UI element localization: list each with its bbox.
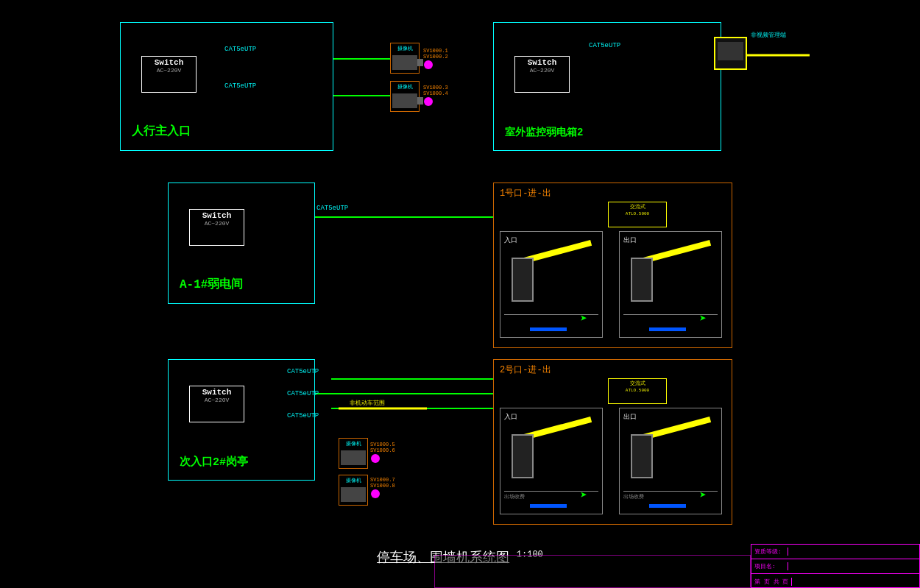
camera-label-1: 摄像机: [391, 43, 419, 54]
switch-label-2: Switch: [520, 58, 565, 67]
gate2-exit-arrow: ➤: [699, 488, 707, 503]
box-gate-2: 2号口-进-出 交流式 ATLO.5000 入口 ➤ 出场收费 出口 ➤ 出场收…: [493, 359, 732, 525]
label-outdoor: 室外监控弱电箱2: [505, 126, 583, 139]
title-block-row-1: 资质等级:: [751, 545, 919, 559]
code-label-1: SV1000.1: [423, 48, 448, 54]
code-label-2: SV1000.2: [423, 54, 448, 60]
gate1-exit-arrow: ➤: [699, 311, 707, 326]
cable-label-tl-2: CAT5eUTP: [224, 82, 256, 90]
gate1-body: [512, 258, 534, 302]
gate1-entry: 入口 ➤: [500, 231, 603, 338]
gate2-title: 2号口-进-出: [500, 364, 551, 376]
gate2-exit-sub: 出场收费: [623, 493, 644, 500]
gate2-model: ATLO.5000: [609, 388, 666, 393]
device-nvr: [714, 37, 747, 70]
cam3-body: [341, 450, 366, 465]
switch-label-1: Switch: [146, 58, 191, 67]
device-code-1: SV1000.1 SV1000.2: [423, 48, 448, 70]
gate2-entry: 入口 ➤ 出场收费: [500, 408, 603, 514]
gate1-exit-body: [631, 258, 653, 302]
switch-pedestrian: Switch AC~220V: [141, 56, 197, 93]
indicator-3: [371, 454, 380, 463]
gate2-exit-label: 出口: [623, 412, 637, 422]
magenta-border-area: [434, 555, 751, 588]
gate1-arrow: ➤: [580, 311, 587, 326]
gate2-entry-sub: 出场收费: [504, 493, 525, 500]
switch-sub-1: AC~220V: [146, 67, 191, 74]
switch-sub-3: AC~220V: [194, 220, 239, 227]
camera-label-4: 摄像机: [339, 475, 367, 486]
label-pedestrian: 人行主入口: [132, 124, 191, 139]
gate1-entry-label: 入口: [504, 235, 517, 245]
cam4-body: [341, 487, 366, 502]
camera-label-2: 摄像机: [391, 82, 419, 92]
cable-label-tl-1: CAT5eUTP: [224, 46, 256, 53]
cable-label-bot-1: CAT5eUTP: [287, 368, 319, 375]
camera-label-3: 摄像机: [339, 439, 367, 449]
box-gate-1: 1号口-进-出 交流式 ATLO.5000 入口 ➤ 出口: [493, 183, 732, 348]
camera-box-3: 摄像机: [339, 438, 368, 469]
gate2-exit-blue-bar: [649, 504, 686, 508]
label-gatehouse: 次入口2#岗亭: [180, 455, 248, 469]
cable-label-bot-3: CAT5eUTP: [287, 412, 319, 419]
switch-weak-room: Switch AC~220V: [189, 209, 244, 246]
gate1-type: 交流式: [609, 202, 666, 211]
indicator-1: [424, 60, 433, 69]
title-block-label-2: 项目名:: [751, 562, 788, 570]
switch-label-3: Switch: [194, 211, 239, 220]
switch-outdoor: Switch AC~220V: [514, 56, 570, 93]
gate1-exit: 出口 ➤: [619, 231, 722, 338]
device-code-4: SV1000.7 SV1000.8: [370, 477, 395, 499]
switch-label-4: Switch: [194, 388, 239, 397]
code-label-3: SV1000.3: [423, 85, 448, 91]
code-3b: SV1000.6: [370, 447, 395, 453]
switch-sub-4: AC~220V: [194, 397, 239, 403]
device-nvr-label: 非视频管理端: [751, 31, 786, 39]
label-weak-room: A-1#弱电间: [180, 277, 243, 292]
indicator-4: [371, 489, 380, 498]
indicator-2: [424, 97, 433, 106]
gate1-title: 1号口-进-出: [500, 187, 551, 199]
gate1-controller: 交流式 ATLO.5000: [608, 202, 667, 227]
canvas: Switch AC~220V 人行主入口 CAT5eUTP CAT5eUTP 摄…: [0, 0, 920, 588]
title-block-row-2: 项目名:: [751, 559, 919, 574]
title-block-label-1: 资质等级:: [751, 548, 788, 556]
nvr-body: [718, 42, 743, 60]
gate2-exit: 出口 ➤ 出场收费: [619, 408, 722, 514]
box-weak-room: Switch AC~220V A-1#弱电间: [168, 183, 315, 304]
cable-label-bot-2: CAT5eUTP: [287, 390, 319, 397]
gate2-blue-bar: [530, 504, 567, 508]
code-4b: SV1000.8: [370, 483, 395, 489]
box-gatehouse-2: Switch AC~220V 次入口2#岗亭: [168, 359, 315, 481]
cable-label-tr: CAT5eUTP: [589, 42, 620, 49]
camera-box-2: 摄像机: [390, 81, 420, 112]
gate2-exit-body: [631, 434, 653, 478]
gate2-type: 交流式: [609, 379, 666, 388]
gate2-controller: 交流式 ATLO.5000: [608, 378, 667, 404]
device-code-2: SV1000.3 SV1000.4: [423, 85, 448, 107]
code-label-4: SV1000.4: [423, 91, 448, 96]
gate1-blue-bar: [530, 327, 567, 331]
camera-box-1: 摄像机: [390, 43, 420, 74]
gate1-exit-blue-bar: [649, 327, 686, 331]
gate2-body: [512, 434, 534, 478]
title-block-row-3: 第 页 共 页: [751, 574, 919, 588]
code-4a: SV1000.7: [370, 477, 395, 483]
gate1-model: ATLO.5000: [609, 211, 666, 216]
title-block: 资质等级: 项目名: 第 页 共 页: [751, 544, 920, 588]
cable-label-mid: CAT5eUTP: [316, 205, 348, 212]
yellow-cable-label: 非机动车范围: [350, 399, 385, 407]
switch-gatehouse: Switch AC~220V: [189, 386, 244, 422]
gate2-entry-label: 入口: [504, 412, 517, 422]
gate2-arrow: ➤: [580, 488, 587, 503]
switch-sub-2: AC~220V: [520, 67, 565, 74]
camera-box-4: 摄像机: [339, 475, 368, 506]
device-code-3: SV1000.5 SV1000.6: [370, 442, 395, 464]
title-block-label-3: 第 页 共 页: [751, 578, 792, 586]
code-3a: SV1000.5: [370, 442, 395, 447]
gate1-exit-label: 出口: [623, 235, 637, 245]
